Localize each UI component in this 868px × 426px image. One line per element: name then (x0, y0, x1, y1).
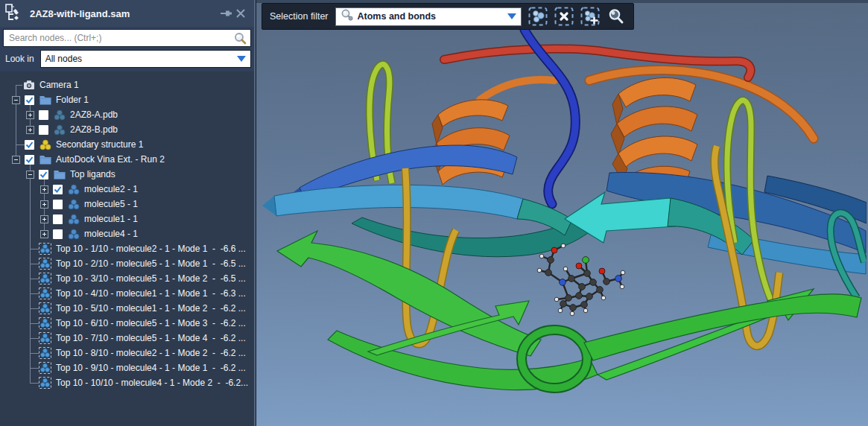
expand-toggle[interactable] (26, 126, 34, 134)
tree-item-top10-pose[interactable]: Top 10 - 8/10 - molecule2 - 1 - Mode 2 -… (0, 346, 254, 360)
look-in-value: All nodes (45, 54, 237, 64)
tree-connector (30, 249, 39, 249)
tree-item-top10-pose[interactable]: Top 10 - 10/10 - molecule4 - 1 - Mode 2 … (0, 375, 254, 390)
tree-item-molecule1[interactable]: molecule1 - 1 (0, 212, 254, 226)
docked-pose-icon (39, 302, 51, 314)
expand-toggle[interactable] (40, 185, 48, 194)
expand-toggle[interactable] (40, 230, 48, 238)
tree-item-top10-pose[interactable]: Top 10 - 6/10 - molecule5 - 1 - Mode 3 -… (0, 316, 254, 331)
docked-pose-icon (39, 377, 51, 389)
tree-connector (30, 323, 39, 324)
search-input[interactable] (3, 29, 251, 47)
checkbox-checked[interactable] (25, 95, 34, 105)
zoom-button[interactable] (606, 6, 626, 27)
expand-toggle[interactable] (40, 215, 48, 223)
molecule-scene[interactable] (256, 3, 867, 426)
expand-toggle[interactable] (40, 200, 48, 209)
molecule-icon (67, 228, 80, 240)
camera-icon (22, 79, 35, 91)
clear-selection-button[interactable] (554, 6, 574, 27)
tree-item-molecule2[interactable]: molecule2 - 1 (0, 182, 254, 197)
node-tree: Camera 1 Folder 1 2AZ8-A.pdb (0, 71, 254, 426)
selection-toolbar: Selection filter Atoms and bonds (262, 3, 634, 30)
folder-icon (39, 94, 51, 106)
checkbox-checked[interactable] (25, 140, 34, 150)
search-row (0, 27, 254, 48)
ligand-molecule[interactable] (537, 244, 625, 316)
tree-item-top10-pose[interactable]: Top 10 - 9/10 - molecule4 - 1 - Mode 1 -… (0, 360, 254, 375)
tree-item-2az8-b[interactable]: 2AZ8-B.pdb (0, 122, 254, 137)
tree-item-top10-pose[interactable]: Top 10 - 5/10 - molecule1 - 1 - Mode 2 -… (0, 301, 254, 316)
tree-item-top10-pose[interactable]: Top 10 - 4/10 - molecule1 - 1 - Mode 1 -… (0, 286, 254, 301)
checkbox-checked[interactable] (39, 170, 48, 179)
folder-icon (53, 168, 66, 180)
checkbox-unchecked[interactable] (39, 125, 48, 135)
node-tree-icon (4, 4, 22, 23)
checkbox-checked[interactable] (25, 155, 34, 165)
tree-connector (16, 85, 22, 86)
tree-item-secondary-structure[interactable]: Secondary structure 1 (0, 137, 254, 152)
tree-connector (30, 353, 39, 354)
helix-left[interactable] (432, 100, 510, 185)
select-atoms-filter-button[interactable] (528, 6, 548, 27)
docked-pose-icon (39, 273, 51, 284)
expand-toggle[interactable] (26, 111, 34, 119)
tree-item-molecule4[interactable]: molecule4 - 1 (0, 226, 254, 241)
selection-filter-dropdown[interactable]: Atoms and bonds (335, 7, 522, 26)
tree-item-molecule5[interactable]: molecule5 - 1 (0, 197, 254, 212)
tree-connector (30, 338, 39, 339)
structural-model-icon (53, 124, 66, 136)
tree-item-top10-pose[interactable]: Top 10 - 7/10 - molecule5 - 1 - Mode 4 -… (0, 331, 254, 346)
tree-item-2az8-a[interactable]: 2AZ8-A.pdb (0, 107, 254, 122)
tree-connector (30, 264, 39, 264)
molecule-icon (67, 198, 80, 210)
document-view-panel: 2AZ8-with-ligand.sam (0, 0, 256, 426)
tree-connector (30, 293, 39, 294)
docked-pose-icon (39, 332, 51, 344)
docked-pose-icon (39, 347, 51, 359)
look-in-label: Look in (3, 54, 40, 64)
search-icon[interactable] (234, 32, 247, 45)
tree-item-camera[interactable]: Camera 1 (0, 77, 254, 92)
folder-icon (39, 153, 51, 165)
chevron-down-icon (237, 56, 246, 62)
structural-model-icon (53, 109, 66, 121)
beta-sheet-left[interactable] (262, 145, 572, 235)
checkbox-unchecked[interactable] (53, 200, 63, 209)
tree-connector (16, 144, 25, 145)
checkbox-unchecked[interactable] (53, 214, 63, 224)
tree-item-top10-pose[interactable]: Top 10 - 2/10 - molecule5 - 1 - Mode 1 -… (0, 256, 254, 271)
close-panel-button[interactable] (233, 6, 248, 21)
pin-panel-button[interactable] (218, 6, 233, 21)
collapse-toggle[interactable] (12, 96, 20, 104)
tree-connector (30, 279, 39, 279)
checkbox-unchecked[interactable] (39, 110, 48, 120)
secondary-structure-icon (39, 139, 51, 150)
tree-connector (30, 368, 39, 369)
molecule-icon (67, 213, 80, 225)
molecule-icon (67, 183, 80, 195)
add-to-selection-button[interactable] (580, 6, 600, 27)
selection-filter-label: Selection filter (270, 11, 329, 22)
tree-connector (30, 308, 39, 309)
tree-connector (30, 383, 39, 384)
checkbox-unchecked[interactable] (53, 229, 63, 239)
docked-pose-icon (39, 258, 51, 270)
tree-item-top10-pose[interactable]: Top 10 - 3/10 - molecule5 - 1 - Mode 2 -… (0, 271, 254, 286)
look-in-dropdown[interactable]: All nodes (40, 50, 251, 68)
tree-item-folder1[interactable]: Folder 1 (0, 92, 254, 107)
tree-item-top-ligands[interactable]: Top ligands (0, 167, 254, 182)
viewport-3d[interactable]: Selection filter Atoms and bonds (256, 0, 868, 426)
collapse-toggle[interactable] (26, 171, 34, 179)
chevron-down-icon (507, 13, 516, 19)
tree-item-top10-pose[interactable]: Top 10 - 1/10 - molecule2 - 1 - Mode 1 -… (0, 241, 254, 256)
panel-titlebar: 2AZ8-with-ligand.sam (0, 0, 254, 27)
application-window: 2AZ8-with-ligand.sam (0, 0, 868, 426)
docked-pose-icon (39, 317, 51, 329)
selection-filter-value: Atoms and bonds (358, 11, 504, 22)
tree-item-autodock-run2[interactable]: AutoDock Vina Ext. - Run 2 (0, 152, 254, 167)
docked-pose-icon (39, 362, 51, 374)
checkbox-checked[interactable] (53, 185, 63, 194)
filter-magnifier-icon (340, 9, 354, 24)
collapse-toggle[interactable] (12, 156, 20, 164)
